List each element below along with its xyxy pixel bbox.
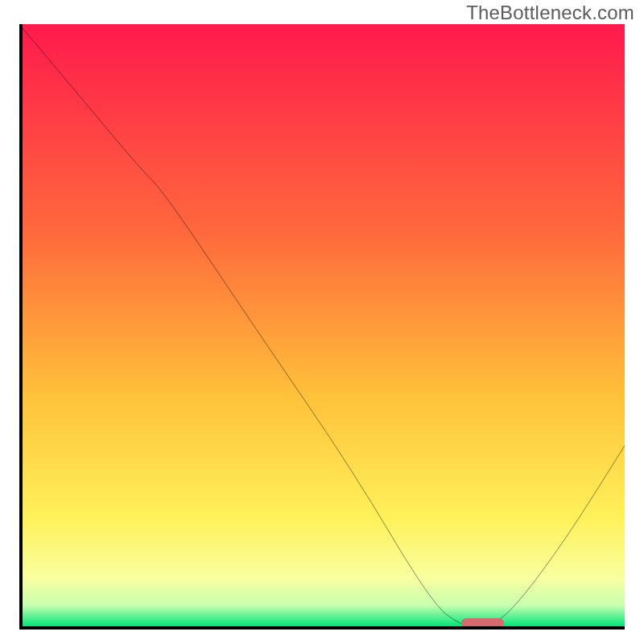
svg-rect-0 <box>19 24 625 626</box>
y-axis <box>19 24 23 628</box>
chart-container: TheBottleneck.com <box>0 0 644 644</box>
plot-area <box>19 24 625 626</box>
x-axis <box>19 626 625 630</box>
watermark-text: TheBottleneck.com <box>466 2 634 24</box>
gradient-background <box>19 24 625 626</box>
